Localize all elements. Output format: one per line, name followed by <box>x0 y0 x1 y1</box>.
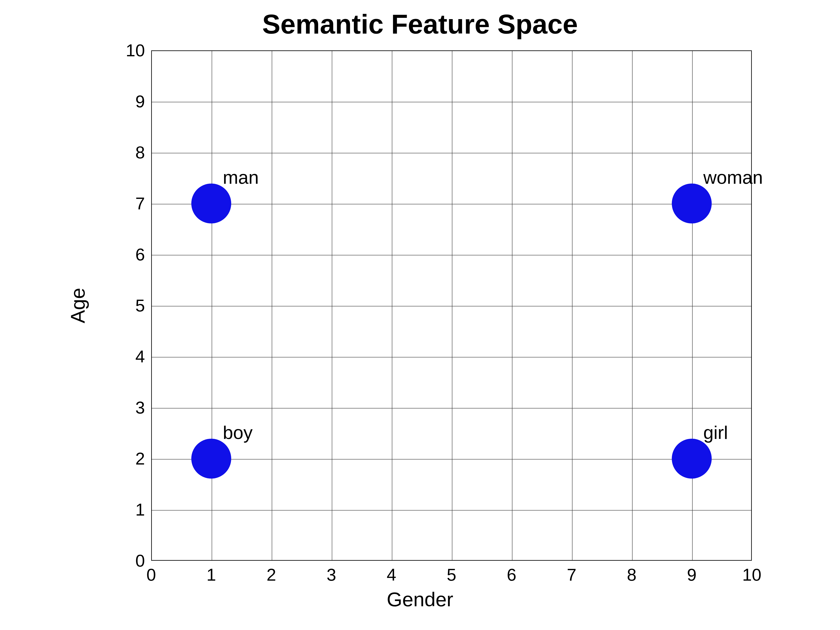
data-point-label: woman <box>703 167 763 188</box>
x-tick-label: 1 <box>207 565 216 585</box>
x-tick-label: 8 <box>627 565 636 585</box>
y-tick-label: 7 <box>120 194 145 213</box>
x-tick-label: 7 <box>567 565 576 585</box>
grid-line-horizontal <box>152 255 751 255</box>
grid-line-vertical <box>512 51 512 560</box>
data-point <box>672 183 712 223</box>
grid-line-vertical <box>632 51 633 560</box>
y-axis-label: Age <box>66 288 89 323</box>
y-tick-label: 0 <box>120 551 145 571</box>
grid-line-vertical <box>392 51 392 560</box>
grid-line-horizontal <box>152 204 751 204</box>
grid-line-horizontal <box>152 153 751 153</box>
grid-line-horizontal <box>152 459 751 459</box>
y-tick-label: 8 <box>120 142 145 162</box>
data-point-label: boy <box>223 422 253 443</box>
x-tick-label: 2 <box>267 565 276 585</box>
grid-line-horizontal <box>152 357 751 357</box>
x-tick-label: 9 <box>687 565 696 585</box>
chart-figure: Semantic Feature Space Age Gender 012345… <box>0 0 840 630</box>
x-axis-label: Gender <box>0 588 840 611</box>
grid-line-horizontal <box>152 510 751 510</box>
y-tick-label: 3 <box>120 398 145 417</box>
y-tick-label: 10 <box>120 41 145 60</box>
x-tick-label: 4 <box>387 565 396 585</box>
y-tick-label: 2 <box>120 449 145 469</box>
chart-title: Semantic Feature Space <box>0 8 840 40</box>
x-tick-label: 0 <box>146 565 156 585</box>
y-tick-label: 6 <box>120 245 145 264</box>
y-tick-label: 1 <box>120 500 145 519</box>
data-point-label: man <box>223 167 259 188</box>
grid-line-horizontal <box>152 102 751 102</box>
data-point <box>672 439 712 478</box>
x-tick-label: 6 <box>507 565 516 585</box>
grid-line-vertical <box>332 51 332 560</box>
x-tick-label: 3 <box>327 565 336 585</box>
grid-line-vertical <box>212 51 212 560</box>
grid-line-vertical <box>452 51 452 560</box>
y-tick-label: 4 <box>120 347 145 366</box>
grid-line-vertical <box>272 51 272 560</box>
grid-line-vertical <box>692 51 693 560</box>
data-point-label: girl <box>703 422 728 443</box>
grid-line-vertical <box>572 51 572 560</box>
data-point <box>191 183 231 223</box>
x-tick-label: 5 <box>447 565 456 585</box>
grid-line-horizontal <box>152 408 751 409</box>
y-tick-label: 5 <box>120 296 145 316</box>
x-tick-label: 10 <box>742 565 761 585</box>
data-point <box>191 439 231 478</box>
grid-line-horizontal <box>152 306 751 306</box>
y-tick-label: 9 <box>120 92 145 111</box>
plot-area <box>151 51 752 561</box>
